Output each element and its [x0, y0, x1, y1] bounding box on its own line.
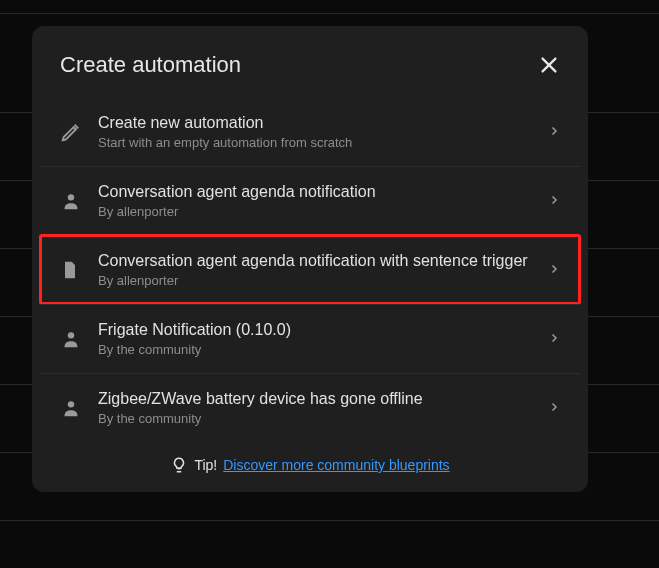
svg-point-2 [68, 194, 74, 200]
list-content: Create new automationStart with an empty… [98, 114, 540, 150]
automation-option-0[interactable]: Create new automationStart with an empty… [40, 98, 580, 166]
tip-link[interactable]: Discover more community blueprints [223, 457, 449, 473]
list-item-title: Create new automation [98, 114, 540, 132]
close-button[interactable] [534, 50, 564, 80]
list-item-sub: By allenporter [98, 204, 540, 219]
automation-option-3[interactable]: Frigate Notification (0.10.0)By the comm… [40, 304, 580, 373]
automation-option-2[interactable]: Conversation agent agenda notification w… [40, 235, 580, 304]
list-content: Zigbee/ZWave battery device has gone off… [98, 390, 540, 426]
person-icon [60, 190, 98, 212]
create-automation-dialog: Create automation Create new automationS… [32, 26, 588, 492]
list-item-sub: By allenporter [98, 273, 540, 288]
chevron-right-icon [548, 399, 560, 417]
pencil-icon [60, 121, 98, 143]
dialog-title: Create automation [60, 52, 241, 78]
tip-label: Tip! [194, 457, 217, 473]
list-item-title: Conversation agent agenda notification [98, 183, 540, 201]
list-item-title: Frigate Notification (0.10.0) [98, 321, 540, 339]
svg-point-3 [68, 332, 74, 338]
chevron-right-icon [548, 330, 560, 348]
svg-point-4 [68, 401, 74, 407]
list-item-title: Zigbee/ZWave battery device has gone off… [98, 390, 540, 408]
chevron-right-icon [548, 261, 560, 279]
tip-row: Tip! Discover more community blueprints [32, 442, 588, 474]
chevron-right-icon [548, 123, 560, 141]
list-content: Conversation agent agenda notification w… [98, 252, 540, 288]
list-item-title: Conversation agent agenda notification w… [98, 252, 540, 270]
list-item-sub: By the community [98, 411, 540, 426]
file-icon [60, 260, 98, 280]
person-icon [60, 397, 98, 419]
list-content: Frigate Notification (0.10.0)By the comm… [98, 321, 540, 357]
lightbulb-icon [170, 456, 188, 474]
chevron-right-icon [548, 192, 560, 210]
dialog-header: Create automation [32, 50, 588, 98]
automation-option-4[interactable]: Zigbee/ZWave battery device has gone off… [40, 373, 580, 442]
close-icon [538, 54, 560, 76]
list-item-sub: By the community [98, 342, 540, 357]
person-icon [60, 328, 98, 350]
automation-option-1[interactable]: Conversation agent agenda notificationBy… [40, 166, 580, 235]
list-content: Conversation agent agenda notificationBy… [98, 183, 540, 219]
list-item-sub: Start with an empty automation from scra… [98, 135, 540, 150]
